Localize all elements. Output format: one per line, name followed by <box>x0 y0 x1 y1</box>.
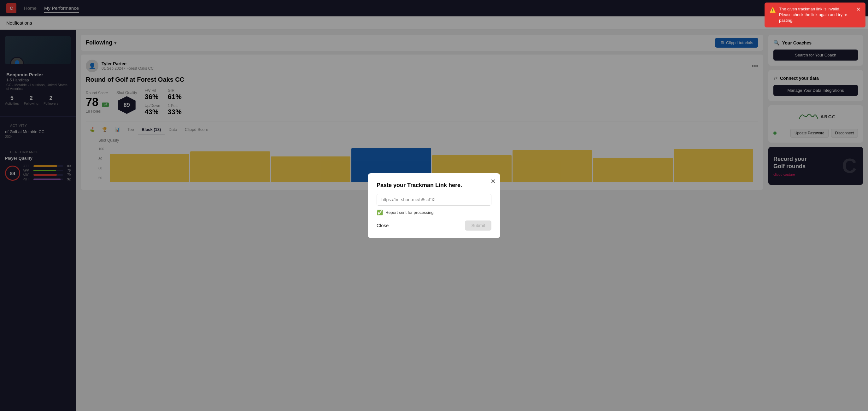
modal-overlay[interactable]: Paste your Trackman Link here. ✕ ✅ Repor… <box>0 0 868 411</box>
trackman-modal: Paste your Trackman Link here. ✕ ✅ Repor… <box>368 173 500 238</box>
toast-notification: ⚠️ The given trackman link is invalid. P… <box>765 2 866 27</box>
modal-submit-button[interactable]: Submit <box>465 220 491 230</box>
modal-close-button[interactable]: Close <box>377 223 389 228</box>
modal-actions: Close Submit <box>377 220 491 230</box>
toast-message: The given trackman link is invalid. Plea… <box>779 6 853 24</box>
modal-success-message: ✅ Report sent for processing <box>377 210 491 215</box>
success-icon: ✅ <box>377 210 383 215</box>
modal-title: Paste your Trackman Link here. <box>377 182 491 189</box>
modal-close-icon-button[interactable]: ✕ <box>491 178 496 185</box>
toast-icon: ⚠️ <box>770 7 776 13</box>
success-text: Report sent for processing <box>385 210 433 215</box>
toast-close-button[interactable]: ✕ <box>856 6 861 12</box>
trackman-link-input[interactable] <box>377 194 491 205</box>
